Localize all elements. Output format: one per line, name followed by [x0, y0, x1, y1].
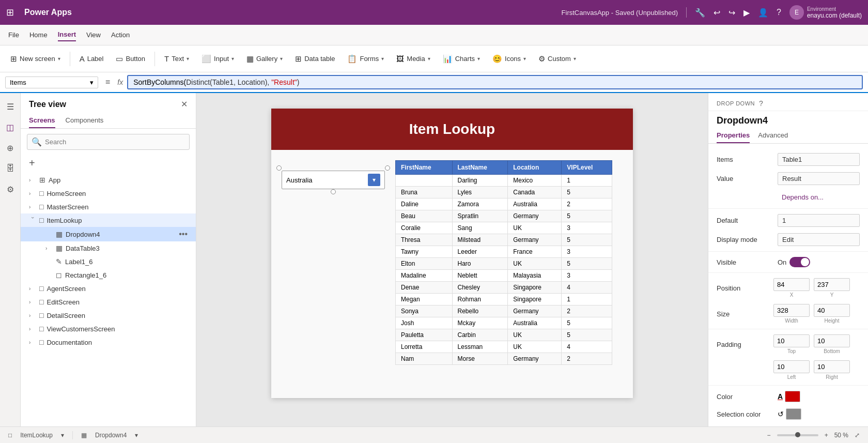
tab-components[interactable]: Components	[66, 113, 104, 128]
displaymode-prop-value[interactable]: Edit	[778, 233, 860, 246]
tree-item-agentscreen[interactable]: › □ AgentScreen	[21, 282, 196, 295]
visible-toggle[interactable]: On	[778, 257, 810, 267]
fit-screen-button[interactable]: ⤢	[855, 432, 860, 439]
depends-on-link[interactable]: Depends on...	[778, 191, 860, 203]
sidebar-data-icon[interactable]: 🗄	[2, 160, 19, 177]
new-screen-button[interactable]: ⊞ New screen ▾	[5, 51, 66, 67]
account-icon[interactable]: 👤	[758, 8, 768, 18]
menu-insert[interactable]: Insert	[58, 28, 76, 41]
help-icon[interactable]: ?	[759, 99, 763, 108]
formula-input[interactable]: SortByColumns(Distinct(Table1, Location)…	[127, 75, 863, 89]
tree-item-detailscreen[interactable]: › □ DetailScreen	[21, 309, 196, 322]
agentscreen-icon: □	[39, 284, 43, 293]
tree-close-button[interactable]: ✕	[181, 99, 188, 109]
handle-tl	[276, 165, 282, 171]
value-prop-value[interactable]: Result	[778, 172, 860, 185]
search-input[interactable]	[45, 138, 185, 146]
dropdown-chevron-btn[interactable]: ▾	[368, 174, 380, 186]
label-icon: A	[80, 54, 85, 63]
color-swatch[interactable]	[785, 391, 800, 402]
dropdown4-more[interactable]: •••	[179, 230, 188, 239]
top-bar: ⊞ Power Apps FirstCanvasApp - Saved (Unp…	[0, 0, 868, 25]
gallery-button[interactable]: ▦ Gallery ▾	[241, 51, 288, 67]
redo-icon[interactable]: ↪	[729, 8, 735, 18]
default-prop-value[interactable]: 1	[778, 214, 860, 227]
table-cell: Bruna	[396, 187, 453, 198]
menu-home[interactable]: Home	[29, 29, 48, 41]
tree-item-itemlookup[interactable]: › □ ItemLookup	[21, 213, 196, 227]
tree-add-button[interactable]: +	[21, 155, 196, 171]
color-swatch-container[interactable]: A	[778, 391, 800, 402]
tab-properties[interactable]: Properties	[717, 128, 750, 143]
dropdown-widget[interactable]: Australia ▾	[282, 171, 385, 189]
text-button[interactable]: T Text ▾	[159, 51, 194, 66]
sidebar-tools-icon[interactable]: ⚙	[2, 181, 19, 197]
button-button[interactable]: ▭ Button	[111, 51, 150, 67]
selection-color-swatch-container[interactable]: ↺	[778, 408, 801, 420]
table-cell: Spratlin	[452, 210, 508, 222]
debug-icon[interactable]: 🔧	[695, 8, 705, 18]
sidebar-menu-icon[interactable]: ☰	[2, 98, 19, 115]
label-button[interactable]: A Label	[74, 51, 109, 66]
dropdown-control[interactable]: Australia ▾	[282, 171, 385, 189]
status-control-label[interactable]: Dropdown4	[95, 432, 127, 439]
zoom-slider[interactable]	[777, 434, 818, 436]
tree-item-label1-6[interactable]: ✎ Label1_6	[21, 255, 196, 268]
tree-item-app[interactable]: › ⊞ App	[21, 173, 196, 187]
forms-button[interactable]: 📋 Forms ▾	[342, 51, 389, 67]
help-icon[interactable]: ?	[777, 8, 781, 17]
zoom-minus-button[interactable]: −	[767, 432, 771, 439]
position-y-input[interactable]	[814, 278, 850, 291]
tree-item-documentation[interactable]: › □ Documentation	[21, 335, 196, 349]
size-width-input[interactable]	[773, 304, 810, 317]
menu-file[interactable]: File	[8, 29, 19, 41]
icons-button[interactable]: 😊 Icons ▾	[487, 51, 531, 67]
play-icon[interactable]: ▶	[743, 8, 750, 18]
tab-screens[interactable]: Screens	[29, 113, 55, 128]
tree-item-dropdown4[interactable]: ▦ Dropdown4 •••	[21, 227, 196, 241]
media-button[interactable]: 🖼 Media ▾	[391, 51, 435, 66]
input-button[interactable]: ⬜ Input ▾	[196, 51, 239, 67]
zoom-plus-button[interactable]: +	[825, 432, 828, 439]
waffle-icon[interactable]: ⊞	[6, 7, 14, 18]
padding-top-input[interactable]	[773, 334, 810, 347]
padding-left-input[interactable]	[773, 360, 810, 373]
items-dropdown[interactable]: Items ▾	[5, 77, 98, 88]
size-height-input[interactable]	[814, 304, 850, 317]
data-table-button[interactable]: ⊞ Data table	[290, 51, 340, 67]
position-x-input[interactable]	[773, 278, 810, 291]
tree-item-datatable3[interactable]: › ▦ DataTable3	[21, 241, 196, 255]
table-cell: 4	[562, 282, 612, 294]
tab-advanced[interactable]: Advanced	[758, 128, 788, 143]
padding-bottom-input[interactable]	[814, 334, 850, 347]
viewcustomersscreen-icon: □	[39, 325, 43, 333]
tree-item-viewcustomersscreen[interactable]: › □ ViewCustomersScreen	[21, 322, 196, 335]
menu-action[interactable]: Action	[111, 29, 130, 41]
menu-view[interactable]: View	[86, 29, 101, 41]
tree-item-homescreen[interactable]: › □ HomeScreen	[21, 187, 196, 200]
status-screen-label[interactable]: ItemLookup	[20, 432, 53, 439]
table-cell: Rebello	[452, 305, 508, 317]
custom-button[interactable]: ⚙ Custom ▾	[533, 51, 581, 67]
undo-icon[interactable]: ↩	[714, 8, 720, 18]
table-row: MeganRohmanSingapore1	[396, 294, 612, 305]
charts-button[interactable]: 📊 Charts ▾	[438, 51, 485, 67]
tree-item-rectangle1-6[interactable]: ◻ Rectangle1_6	[21, 268, 196, 282]
data-table-widget: FirstName LastName Location VIPLevel Dar…	[395, 160, 623, 388]
color-prop-label: Color	[717, 393, 773, 401]
toggle-track[interactable]	[789, 257, 810, 267]
selection-color-swatch[interactable]	[786, 408, 801, 420]
datatable3-label: DataTable3	[66, 245, 188, 252]
position-prop-label: Position	[717, 284, 773, 292]
items-prop-value[interactable]: Table1	[778, 153, 860, 166]
position-x-group: X	[773, 278, 810, 298]
table-cell: Carbin	[452, 329, 508, 341]
tree-item-editscreen[interactable]: › □ EditScreen	[21, 295, 196, 309]
tree-item-masterscreen[interactable]: › □ MasterScreen	[21, 200, 196, 213]
masterscreen-label: MasterScreen	[47, 203, 188, 211]
padding-right-input[interactable]	[814, 360, 850, 373]
padding-right-group: Right	[814, 360, 850, 380]
chevron-datatable3: ›	[45, 246, 53, 251]
sidebar-components-icon[interactable]: ⊕	[2, 140, 19, 156]
sidebar-layers-icon[interactable]: ◫	[2, 119, 19, 135]
